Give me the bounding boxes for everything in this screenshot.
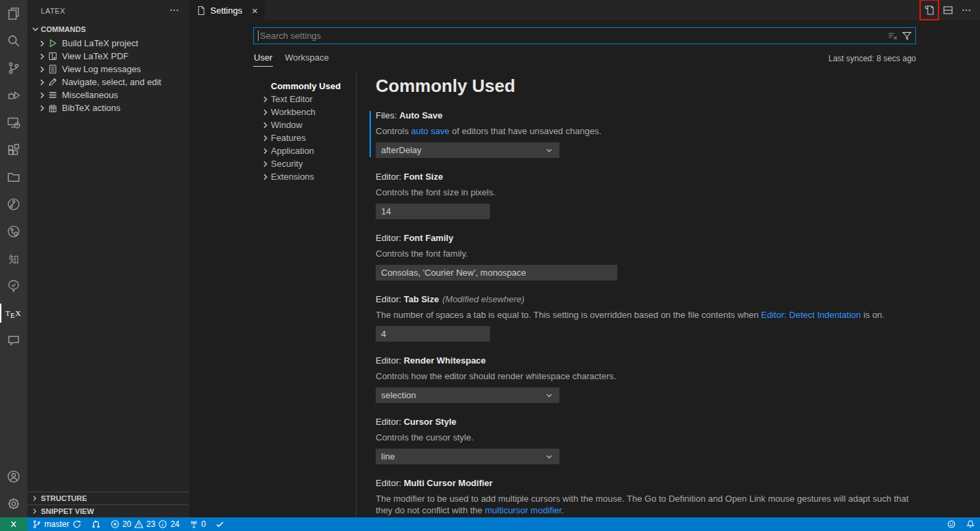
status-formatter-status[interactable] [210, 517, 229, 531]
toc-item-text-editor[interactable]: Text Editor [253, 93, 356, 106]
activity-item-extensions[interactable] [0, 136, 27, 163]
list-lines-icon [48, 90, 59, 100]
setting-title: Editor: Render Whitespace [376, 355, 916, 367]
activity-item-zhihu[interactable]: 知 [0, 245, 27, 272]
tree-item-miscellaneous[interactable]: Miscellaneous [27, 88, 189, 101]
toc-item-security[interactable]: Security [253, 157, 356, 170]
activity-item-comments[interactable] [0, 327, 27, 354]
chevron-right-icon [37, 64, 48, 75]
activity-item-source-control[interactable] [0, 54, 27, 82]
settings-body: Commonly UsedText EditorWorkbenchWindowF… [253, 73, 916, 517]
status-remote-indicator[interactable] [0, 517, 27, 531]
settings-search-input[interactable] [253, 27, 916, 44]
latex-icon: TEX [5, 308, 22, 319]
tree-item-navigate-select-and-edit[interactable]: Navigate, select, and edit [27, 76, 189, 88]
commands-section-header[interactable]: COMMANDS [27, 22, 189, 37]
tree-item-build-latex-project[interactable]: Build LaTeX project [27, 37, 189, 50]
sidebar: LATEX COMMANDS Build LaTeX projectView L… [27, 0, 189, 517]
activity-item-run-debug[interactable] [0, 82, 27, 109]
gear-icon [7, 497, 20, 511]
scope-tab-workspace[interactable]: Workspace [284, 51, 329, 67]
editor-group: Settings × [189, 0, 980, 517]
sidebar-title: LATEX [41, 7, 65, 15]
activity-item-remote-explorer[interactable] [0, 109, 27, 136]
activity-item-branch-gear[interactable] [0, 218, 27, 245]
setting-select[interactable]: line [376, 449, 559, 464]
activity-bar-top: 知TEX [0, 0, 27, 354]
activity-bar: 知TEX [0, 0, 27, 517]
tree-item-bibtex-actions[interactable]: BibTeX actions [27, 101, 189, 114]
run-debug-icon [7, 88, 20, 102]
status-notifications[interactable] [961, 517, 980, 531]
clear-settings-search-icon[interactable] [887, 31, 898, 41]
tree-item-view-log-messages[interactable]: View Log messages [27, 63, 189, 76]
bibtex-icon [48, 103, 59, 113]
scope-tab-user[interactable]: User [253, 51, 273, 67]
setting-title: Editor: Multi Cursor Modifier [376, 477, 916, 489]
more-actions-button[interactable] [960, 3, 973, 17]
activity-item-folder-view[interactable] [0, 163, 27, 191]
setting-select[interactable]: afterDelay [376, 142, 559, 158]
split-editor-button[interactable] [941, 3, 955, 17]
filter-icon[interactable] [902, 31, 912, 41]
chevron-right-icon [37, 38, 48, 49]
tree-item-view-latex-pdf[interactable]: View LaTeX PDF [27, 50, 189, 63]
toc-item-extensions[interactable]: Extensions [253, 170, 356, 183]
status-compare[interactable] [86, 517, 105, 531]
setting-select[interactable]: selection [376, 387, 559, 403]
sidebar-section-snippet-view[interactable]: SNIPPET VIEW [27, 504, 189, 517]
section-label: STRUCTURE [41, 494, 87, 502]
chevron-down-icon [544, 452, 554, 462]
close-icon[interactable]: × [252, 5, 258, 16]
toc-item-workbench[interactable]: Workbench [253, 106, 356, 118]
more-actions-icon[interactable] [169, 5, 180, 18]
toc-item-features[interactable]: Features [253, 131, 356, 144]
compare-icon [91, 519, 101, 529]
activity-item-explorer[interactable] [0, 0, 27, 27]
toc-item-window[interactable]: Window [253, 118, 356, 131]
toc-item-commonly-used[interactable]: Commonly Used [253, 80, 356, 93]
main-row: 知TEX LATEX COMMANDS Build LaTeX projectV… [0, 0, 980, 517]
chevron-right-icon [260, 120, 271, 131]
log-icon [48, 64, 59, 74]
status-feedback[interactable] [942, 517, 961, 531]
chevron-down-icon [30, 24, 41, 35]
setting-link[interactable]: multicursor modifier [485, 505, 561, 515]
toc-label: Extensions [271, 172, 314, 182]
chevron-down-icon [544, 146, 554, 155]
tree-item-label: Build LaTeX project [62, 38, 138, 48]
tab-settings[interactable]: Settings × [189, 0, 265, 20]
activity-item-todo-tree[interactable] [0, 272, 27, 300]
activity-item-search[interactable] [0, 27, 27, 54]
toc-item-application[interactable]: Application [253, 144, 356, 157]
explorer-icon [7, 7, 20, 20]
status-problems[interactable]: 202324 [105, 517, 184, 531]
folder-icon [7, 170, 20, 184]
chevron-right-icon [37, 103, 48, 114]
toc-label: Security [271, 159, 303, 169]
bell-icon [966, 519, 975, 529]
setting-input[interactable] [376, 204, 490, 219]
setting-input[interactable] [376, 265, 617, 280]
modified-indicator [370, 111, 371, 157]
commands-tree: Build LaTeX projectView LaTeX PDFView Lo… [27, 37, 189, 114]
activity-item-accounts[interactable] [0, 463, 27, 490]
activity-item-git-history[interactable] [0, 191, 27, 218]
open-settings-json-button[interactable] [923, 3, 936, 17]
activity-item-manage[interactable] [0, 490, 27, 517]
status-git-branch[interactable]: master [27, 517, 86, 531]
sidebar-section-structure[interactable]: STRUCTURE [27, 492, 189, 504]
circle-branch-gear-icon [7, 225, 20, 238]
chevron-right-icon [260, 172, 271, 182]
activity-item-latex-workshop[interactable]: TEX [0, 300, 27, 327]
sync-icon [72, 519, 82, 529]
setting-link[interactable]: Editor: Detect Indentation [761, 310, 861, 320]
status-ports[interactable]: 0 [184, 517, 211, 531]
remote-icon [9, 519, 18, 529]
toc-label: Text Editor [271, 94, 312, 104]
tree-item-label: View Log messages [62, 64, 141, 74]
settings-list: Commonly Used Files: Auto SaveControls a… [357, 73, 916, 517]
setting-link[interactable]: auto save [411, 126, 449, 136]
setting-title: Editor: Tab Size(Modified elsewhere) [376, 293, 916, 306]
setting-input[interactable] [376, 326, 490, 342]
